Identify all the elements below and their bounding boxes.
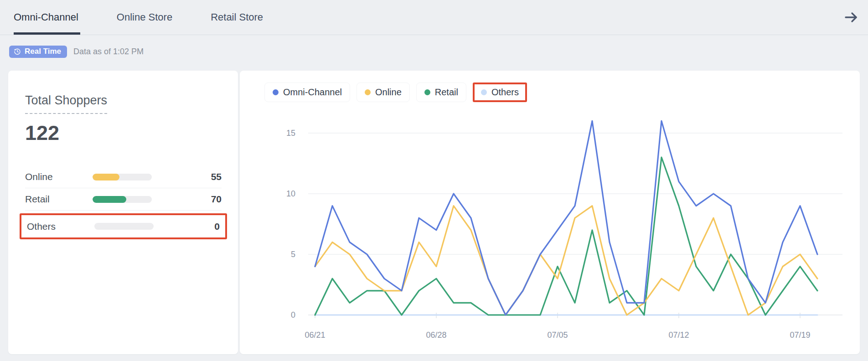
stat-label: Retail xyxy=(25,194,93,205)
shoppers-chart-panel: Omni-Channel Online Retail Others 051015… xyxy=(240,71,860,354)
stat-value: 55 xyxy=(211,171,222,182)
stat-value: 0 xyxy=(214,221,220,232)
svg-text:07/19: 07/19 xyxy=(790,330,810,340)
stat-row-retail: Retail 70 xyxy=(25,188,222,211)
legend-label: Retail xyxy=(435,87,458,98)
tab-omni-channel[interactable]: Omni-Channel xyxy=(14,0,78,35)
data-as-of-text: Data as of 1:02 PM xyxy=(73,47,144,57)
arrow-right-icon[interactable] xyxy=(844,11,858,24)
svg-text:10: 10 xyxy=(286,189,295,198)
tab-retail-store[interactable]: Retail Store xyxy=(211,0,263,35)
others-progress-bar xyxy=(94,223,154,230)
stat-label: Online xyxy=(25,171,93,182)
real-time-badge: Real Time xyxy=(9,46,67,58)
legend-label: Others xyxy=(491,87,519,98)
legend-item-retail[interactable]: Retail xyxy=(416,83,466,102)
legend-label: Online xyxy=(375,87,402,98)
legend-dot-icon xyxy=(365,89,371,95)
svg-text:5: 5 xyxy=(291,250,295,259)
chart-legend: Omni-Channel Online Retail Others xyxy=(264,83,527,102)
retail-progress-bar xyxy=(93,196,152,203)
legend-dot-icon xyxy=(273,89,279,95)
main-content: Total Shoppers 122 Online 55 Retail 70 O… xyxy=(0,71,868,354)
svg-text:15: 15 xyxy=(286,129,295,138)
panel-title[interactable]: Total Shoppers xyxy=(25,93,107,114)
legend-label: Omni-Channel xyxy=(283,87,342,98)
svg-text:0: 0 xyxy=(291,310,295,320)
legend-item-online[interactable]: Online xyxy=(356,83,410,102)
stat-label: Others xyxy=(27,221,94,232)
legend-dot-icon xyxy=(481,89,487,95)
tab-bar: Omni-Channel Online Store Retail Store xyxy=(0,0,868,35)
stat-row-online: Online 55 xyxy=(25,166,222,188)
tab-online-store[interactable]: Online Store xyxy=(117,0,172,35)
real-time-label: Real Time xyxy=(25,47,61,56)
legend-dot-icon xyxy=(424,89,430,95)
total-shoppers-value: 122 xyxy=(25,121,222,145)
others-row-highlight-box: Others 0 xyxy=(20,213,227,239)
stat-value: 70 xyxy=(211,194,222,205)
svg-text:07/05: 07/05 xyxy=(547,330,568,340)
status-row: Real Time Data as of 1:02 PM xyxy=(0,35,868,71)
stat-row-others: Others 0 xyxy=(27,215,220,237)
online-progress-bar xyxy=(93,174,152,180)
channel-breakdown-list: Online 55 Retail 70 Others xyxy=(25,166,222,239)
total-shoppers-panel: Total Shoppers 122 Online 55 Retail 70 O… xyxy=(8,71,238,354)
legend-item-others[interactable]: Others xyxy=(473,83,527,102)
shoppers-line-chart: 05101506/2106/2807/0507/1207/19 xyxy=(240,71,860,354)
svg-text:07/12: 07/12 xyxy=(668,330,689,340)
clock-icon xyxy=(14,48,21,55)
svg-text:06/28: 06/28 xyxy=(426,330,446,340)
legend-item-omni-channel[interactable]: Omni-Channel xyxy=(264,83,350,102)
svg-text:06/21: 06/21 xyxy=(305,330,325,340)
